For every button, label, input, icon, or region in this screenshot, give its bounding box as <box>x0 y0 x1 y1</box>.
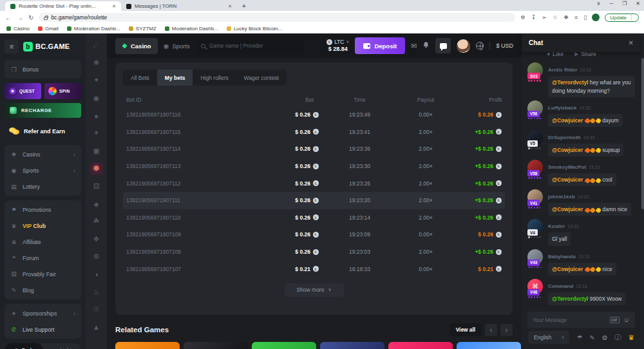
mention[interactable]: @Cowjuicer <box>552 266 583 272</box>
game-thumbnail[interactable] <box>457 342 521 349</box>
tab-close-icon[interactable]: ✕ <box>112 4 116 9</box>
share-button[interactable]: ➤Share <box>574 52 596 57</box>
bet-table-row[interactable]: 138219056971907112 $ 0.26 Ł 19:23:25 2.0… <box>123 174 505 192</box>
browser-tab-active[interactable]: Roulette Online Slot - Play onlin... ✕ <box>5 1 121 11</box>
chat-username[interactable]: Arctic Rider19:33 <box>548 67 591 73</box>
browser-profile-avatar[interactable] <box>592 14 600 21</box>
bet-tab-high-rollers[interactable]: High rollers <box>193 70 236 86</box>
window-close-icon[interactable]: ✕ <box>636 1 640 6</box>
game-thumbnail[interactable] <box>252 342 316 349</box>
chat-username[interactable]: DrSupermeth19:33 <box>548 135 594 140</box>
moderation-icon[interactable]: ✿ <box>602 334 607 341</box>
browser-tab[interactable]: Messages | TORN ✕ <box>121 1 237 11</box>
bookmark-item[interactable]: Gmail <box>38 26 59 32</box>
slots-icon[interactable]: ❋ <box>90 56 104 69</box>
spin-badge[interactable]: SPIN <box>44 83 81 99</box>
info-icon[interactable]: ⓘ <box>614 333 621 342</box>
bookmark-item[interactable]: Moderation Dashb... <box>165 26 218 32</box>
cards-icon[interactable]: ♠ <box>90 109 104 122</box>
mention[interactable]: @Cowjuicer <box>552 206 583 212</box>
gif-icon[interactable]: GIF <box>610 317 620 323</box>
chat-username[interactable]: Luffyisback19:33 <box>548 105 591 111</box>
reload-icon[interactable]: ↻ <box>28 14 33 21</box>
recharge-banner[interactable]: RECHARGE <box>5 103 81 118</box>
contest-trophy-icon[interactable]: ♛ <box>628 334 634 342</box>
chat-username[interactable]: Babyhands19:33 <box>548 254 590 259</box>
address-bar[interactable]: bc.game/game/roulette <box>39 13 515 22</box>
sidebar-item-sports[interactable]: ◉ Sports› <box>5 162 81 178</box>
dice-icon[interactable]: ⚄ <box>90 180 104 193</box>
globe-language-icon[interactable] <box>476 42 484 50</box>
sidebar-item-vip-club[interactable]: ♛ VIP Club <box>5 218 81 234</box>
coinflip-icon[interactable]: ☉ <box>90 303 104 316</box>
theme-dark-option[interactable]: ☾Dark <box>5 343 43 349</box>
bet-table-row[interactable]: 138219056971907116 $ 0.26 Ł 19:23:49 0.0… <box>123 106 505 124</box>
chat-language-select[interactable]: English› <box>528 331 569 344</box>
view-all-button[interactable]: View all <box>450 323 482 336</box>
scrollbar-thumb[interactable] <box>641 58 644 209</box>
vault-icon[interactable]: ✉ <box>411 42 417 50</box>
roulette-icon[interactable]: ☸ <box>90 162 104 175</box>
chat-username[interactable]: Command19:33 <box>548 283 587 289</box>
chat-rules-icon[interactable]: ✎ <box>589 334 594 341</box>
gems-icon[interactable]: ❖ <box>90 232 104 245</box>
like-button[interactable]: ♥Like <box>547 52 564 57</box>
bet-table-row[interactable]: 138219056971907114 $ 0.26 Ł 19:23:36 2.0… <box>123 140 505 158</box>
fiat-currency-label[interactable]: $ USD <box>496 42 513 49</box>
chat-message-input[interactable]: Your Message GIF ☺ <box>527 312 635 328</box>
chat-username[interactable]: Kostirr19:33 <box>548 223 579 229</box>
back-icon[interactable]: ← <box>5 14 12 21</box>
mention[interactable]: @Cowjuicer <box>552 147 583 153</box>
keno-icon[interactable]: ☘ <box>90 215 104 228</box>
bet-tab-all-bets[interactable]: All Bets <box>123 70 157 86</box>
bookmark-item[interactable]: SYZTMZ <box>129 26 156 32</box>
chat-username[interactable]: johnie1kxb19:33 <box>548 194 589 200</box>
user-avatar[interactable] <box>457 39 470 53</box>
sidebar-item-sponsorships[interactable]: ✈ Sponsorships› <box>5 305 81 321</box>
game-thumbnail[interactable] <box>115 342 180 349</box>
window-minimize-icon[interactable]: ─ <box>609 1 613 6</box>
bookmark-star-icon[interactable]: ☆ <box>553 14 558 21</box>
hot-games-icon[interactable]: ☄ <box>90 39 104 52</box>
bet-table-row[interactable]: 138219056971907110 $ 0.26 Ł 19:23:14 2.0… <box>123 209 505 227</box>
racing-icon[interactable]: ▲ <box>90 321 104 334</box>
carousel-prev-icon[interactable]: ‹ <box>485 324 497 336</box>
bet-table-row[interactable]: 138219056971907109 $ 0.26 Ł 19:23:09 0.0… <box>123 226 505 243</box>
sidebar-item-casino[interactable]: ❖ Casino› <box>5 146 81 162</box>
nav-sports-button[interactable]: ◉Sports <box>164 42 190 50</box>
tab-close-icon[interactable]: ✕ <box>228 4 232 9</box>
bet-table-row[interactable]: 138219056971907108 $ 0.26 Ł 19:23:03 2.0… <box>123 243 505 261</box>
download-icon[interactable]: ↧ <box>531 14 536 21</box>
key-icon[interactable]: ✲ <box>520 14 526 21</box>
quest-badge[interactable]: QUEST <box>5 83 41 99</box>
mention[interactable]: @Terrordvctyl <box>552 296 588 302</box>
game-thumbnail[interactable] <box>184 342 248 349</box>
bet-tab-my-bets[interactable]: My bets <box>157 70 193 86</box>
wallet-balance[interactable]: ŁLTC∨ $ 28.84 <box>327 39 349 53</box>
chat-close-icon[interactable]: ✕ <box>629 39 634 46</box>
notifications-bell-icon[interactable] <box>422 41 430 50</box>
sidebar-item-forum[interactable]: ❝ Forum <box>5 250 81 266</box>
sidebar-item-bonus[interactable]: ❒ Bonus <box>5 61 81 77</box>
bet-table-row[interactable]: 138219056971907111 $ 0.26 Ł 19:23:20 2.0… <box>123 192 505 209</box>
theme-light-option[interactable]: ☼Light <box>43 343 82 349</box>
theme-toggle[interactable]: ☾Dark ☼Light <box>5 343 81 349</box>
emoji-icon[interactable]: ☺ <box>623 316 630 323</box>
sidebar-item-lottery[interactable]: ▤ Lottery <box>5 178 81 194</box>
chat-username[interactable]: SmokeyMacPot19:33 <box>548 164 600 170</box>
page-scrollbar[interactable] <box>641 33 644 349</box>
wheel-icon[interactable]: ⚙ <box>90 250 104 263</box>
plinko-icon[interactable]: ▣ <box>90 144 104 157</box>
share-icon[interactable]: ➢ <box>542 14 547 21</box>
game-thumbnail[interactable] <box>320 342 384 349</box>
site-logo[interactable]: b BC.GAME <box>23 42 70 52</box>
chat-message-list[interactable]: Payout2475 x ♥Like ➤Share SV2 Arctic Rid… <box>522 52 641 308</box>
reading-list-icon[interactable]: ≡ <box>574 14 578 21</box>
chat-toggle-button[interactable] <box>435 38 451 53</box>
sidebar-item-affiliate[interactable]: ⊕ Affiliate <box>5 234 81 250</box>
refer-and-earn-button[interactable]: Refer and Earn <box>5 123 81 140</box>
mines-icon[interactable]: ✶ <box>90 127 104 140</box>
bet-tab-wager-contest[interactable]: Wager contest <box>236 70 287 86</box>
deposit-button[interactable]: Deposit <box>355 37 405 54</box>
sidebar-item-provably-fair[interactable]: ⚄ Provably Fair <box>5 266 81 282</box>
